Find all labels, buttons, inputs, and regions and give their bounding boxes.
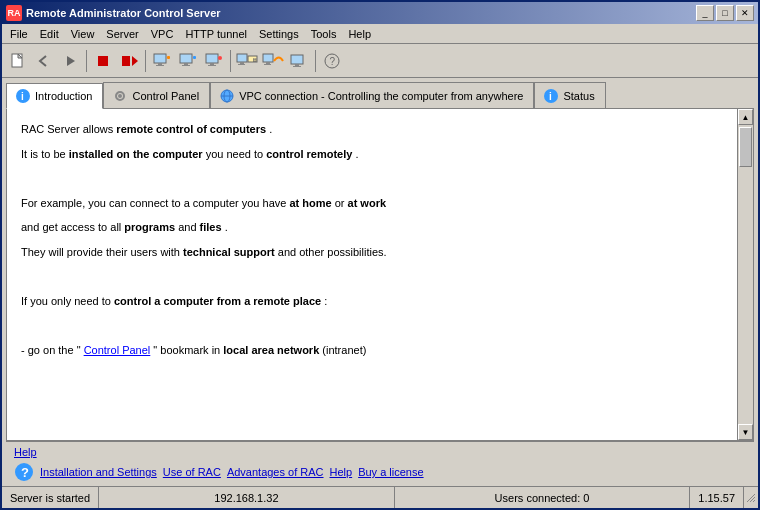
svg-rect-12	[193, 56, 196, 59]
toolbar-connect2[interactable]	[176, 49, 200, 73]
toolbar-separator-3	[230, 50, 231, 72]
svg-rect-18	[240, 62, 244, 64]
help-label[interactable]: Help	[14, 446, 746, 458]
toolbar-help[interactable]: ?	[320, 49, 344, 73]
para-6: If you only need to control a computer f…	[21, 293, 723, 310]
svg-text:i: i	[549, 91, 552, 102]
title-bar-left: RA Remote Administrator Control Server	[6, 5, 221, 21]
svg-rect-9	[180, 54, 192, 63]
maximize-button[interactable]: □	[716, 5, 734, 21]
scrollbar[interactable]: ▲ ▼	[737, 109, 753, 440]
help-link-buy[interactable]: Buy a license	[358, 466, 423, 478]
para-spacer1	[21, 170, 723, 187]
globe-icon	[219, 88, 235, 104]
svg-rect-19	[238, 64, 245, 65]
status-ip-text: 192.168.1.32	[214, 492, 278, 504]
svg-line-43	[753, 500, 755, 502]
help-link-installation[interactable]: Installation and Settings	[40, 466, 157, 478]
toolbar-new[interactable]	[6, 49, 30, 73]
scroll-up-button[interactable]: ▲	[738, 109, 753, 125]
status-server: Server is started	[2, 487, 99, 508]
menu-bar: File Edit View Server VPC HTTP tunnel Se…	[2, 24, 758, 44]
app-window: RA Remote Administrator Control Server _…	[0, 0, 760, 510]
toolbar-stop[interactable]	[91, 49, 115, 73]
svg-point-33	[118, 94, 122, 98]
svg-text:🖥: 🖥	[252, 57, 257, 63]
content-scroll[interactable]: RAC Server allows remote control of comp…	[7, 109, 737, 440]
minimize-button[interactable]: _	[696, 5, 714, 21]
toolbar-separator-1	[86, 50, 87, 72]
app-icon: RA	[6, 5, 22, 21]
control-panel-link[interactable]: Control Panel	[84, 344, 151, 356]
svg-rect-14	[210, 63, 214, 65]
svg-rect-3	[122, 56, 130, 66]
svg-rect-2	[98, 56, 108, 66]
status-bar: Server is started 192.168.1.32 Users con…	[2, 486, 758, 508]
tab-vpc[interactable]: VPC connection - Controlling the compute…	[210, 82, 534, 108]
menu-view[interactable]: View	[65, 26, 101, 42]
toolbar-connect5[interactable]	[261, 49, 285, 73]
menu-server[interactable]: Server	[100, 26, 144, 42]
toolbar-back[interactable]	[32, 49, 56, 73]
content-area: i Introduction Control Panel VPC connect…	[2, 78, 758, 486]
tab-control-panel-label: Control Panel	[132, 90, 199, 102]
menu-vpc[interactable]: VPC	[145, 26, 180, 42]
para-3: For example, you can connect to a comput…	[21, 195, 723, 212]
svg-rect-15	[208, 65, 216, 66]
para-4: and get access to all programs and files…	[21, 219, 723, 236]
help-icon: ?	[14, 462, 34, 482]
resize-grip	[744, 491, 758, 505]
svg-marker-4	[132, 56, 138, 66]
toolbar-connect4[interactable]: 🖥	[235, 49, 259, 73]
help-links-row: ? Installation and Settings Use of RAC A…	[14, 462, 746, 482]
scroll-down-button[interactable]: ▼	[738, 424, 753, 440]
svg-rect-23	[266, 62, 270, 64]
status-server-text: Server is started	[10, 492, 90, 504]
window-controls: _ □ ✕	[696, 5, 754, 21]
tab-control-panel[interactable]: Control Panel	[103, 82, 210, 108]
svg-rect-22	[263, 54, 273, 62]
help-link-use[interactable]: Use of RAC	[163, 466, 221, 478]
toolbar-separator-2	[145, 50, 146, 72]
menu-http-tunnel[interactable]: HTTP tunnel	[179, 26, 253, 42]
svg-rect-8	[167, 56, 170, 59]
help-link-help[interactable]: Help	[330, 466, 353, 478]
status-ip: 192.168.1.32	[99, 487, 395, 508]
status-version-text: 1.15.57	[698, 492, 735, 504]
menu-help[interactable]: Help	[342, 26, 377, 42]
toolbar-separator-4	[315, 50, 316, 72]
intro-text: RAC Server allows remote control of comp…	[21, 121, 723, 358]
toolbar-forward[interactable]	[58, 49, 82, 73]
svg-rect-5	[154, 54, 166, 63]
toolbar-connect1[interactable]	[150, 49, 174, 73]
svg-rect-24	[264, 64, 271, 65]
para-7: - go on the " Control Panel " bookmark i…	[21, 342, 723, 359]
svg-rect-27	[293, 66, 301, 67]
menu-settings[interactable]: Settings	[253, 26, 305, 42]
help-link-advantages[interactable]: Advantages of RAC	[227, 466, 324, 478]
menu-file[interactable]: File	[4, 26, 34, 42]
para-2: It is to be installed on the computer yo…	[21, 146, 723, 163]
tab-status[interactable]: i Status	[534, 82, 605, 108]
menu-tools[interactable]: Tools	[305, 26, 343, 42]
svg-rect-17	[237, 54, 247, 62]
scroll-thumb[interactable]	[739, 127, 752, 167]
title-bar: RA Remote Administrator Control Server _…	[2, 2, 758, 24]
tab-introduction[interactable]: i Introduction	[6, 83, 103, 109]
status-users: Users connected: 0	[395, 487, 691, 508]
window-title: Remote Administrator Control Server	[26, 7, 221, 19]
para-1: RAC Server allows remote control of comp…	[21, 121, 723, 138]
toolbar-stop2[interactable]	[117, 49, 141, 73]
toolbar-connect3[interactable]	[202, 49, 226, 73]
info-icon: i	[15, 88, 31, 104]
close-button[interactable]: ✕	[736, 5, 754, 21]
main-content-panel: RAC Server allows remote control of comp…	[6, 108, 754, 441]
svg-text:?: ?	[21, 465, 29, 480]
menu-edit[interactable]: Edit	[34, 26, 65, 42]
toolbar-connect6[interactable]	[287, 49, 311, 73]
svg-rect-11	[182, 65, 190, 66]
svg-rect-10	[184, 63, 188, 65]
svg-text:i: i	[21, 91, 24, 102]
svg-rect-13	[206, 54, 218, 63]
tabs-bar: i Introduction Control Panel VPC connect…	[2, 78, 758, 108]
